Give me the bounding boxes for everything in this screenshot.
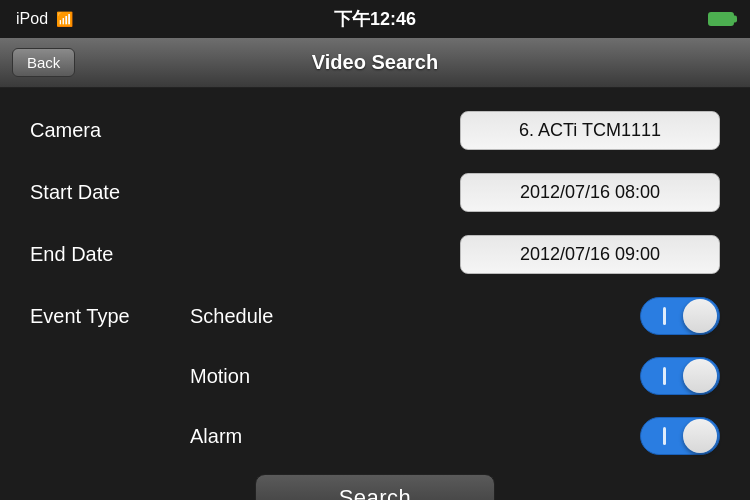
start-date-value-container: 2012/07/16 08:00 [190,173,720,212]
nav-bar: Back Video Search [0,38,750,88]
status-time: 下午12:46 [334,7,416,31]
start-date-field[interactable]: 2012/07/16 08:00 [460,173,720,212]
battery-icon [708,12,734,26]
end-date-row: End Date 2012/07/16 09:00 [30,232,720,276]
page-title: Video Search [312,51,438,74]
camera-label: Camera [30,119,190,142]
toggle-line-schedule [663,307,666,325]
toggle-line-alarm [663,427,666,445]
event-type-schedule-row: Event Type Schedule [30,294,720,338]
search-button-container: Search [30,474,720,500]
motion-label: Motion [190,365,350,388]
toggle-line-motion [663,367,666,385]
event-type-label: Event Type [30,305,190,328]
event-type-motion-row: Motion [30,354,720,398]
toggle-knob-alarm [683,419,717,453]
camera-row: Camera 6. ACTi TCM1111 [30,108,720,152]
schedule-toggle-container [350,297,720,335]
schedule-label: Schedule [190,305,350,328]
status-right [708,12,734,26]
end-date-field[interactable]: 2012/07/16 09:00 [460,235,720,274]
device-label: iPod [16,10,48,28]
search-button[interactable]: Search [255,474,495,500]
camera-select[interactable]: 6. ACTi TCM1111 [460,111,720,150]
toggle-knob-schedule [683,299,717,333]
wifi-icon: 📶 [56,11,73,27]
status-left: iPod 📶 [16,10,73,28]
motion-toggle[interactable] [640,357,720,395]
schedule-toggle[interactable] [640,297,720,335]
back-button[interactable]: Back [12,48,75,77]
camera-value-container: 6. ACTi TCM1111 [190,111,720,150]
main-content: Camera 6. ACTi TCM1111 Start Date 2012/0… [0,88,750,500]
event-type-alarm-row: Alarm [30,414,720,458]
toggle-knob-motion [683,359,717,393]
start-date-row: Start Date 2012/07/16 08:00 [30,170,720,214]
start-date-label: Start Date [30,181,190,204]
end-date-value-container: 2012/07/16 09:00 [190,235,720,274]
status-bar: iPod 📶 下午12:46 [0,0,750,38]
alarm-toggle[interactable] [640,417,720,455]
alarm-toggle-container [350,417,720,455]
alarm-label: Alarm [190,425,350,448]
end-date-label: End Date [30,243,190,266]
motion-toggle-container [350,357,720,395]
